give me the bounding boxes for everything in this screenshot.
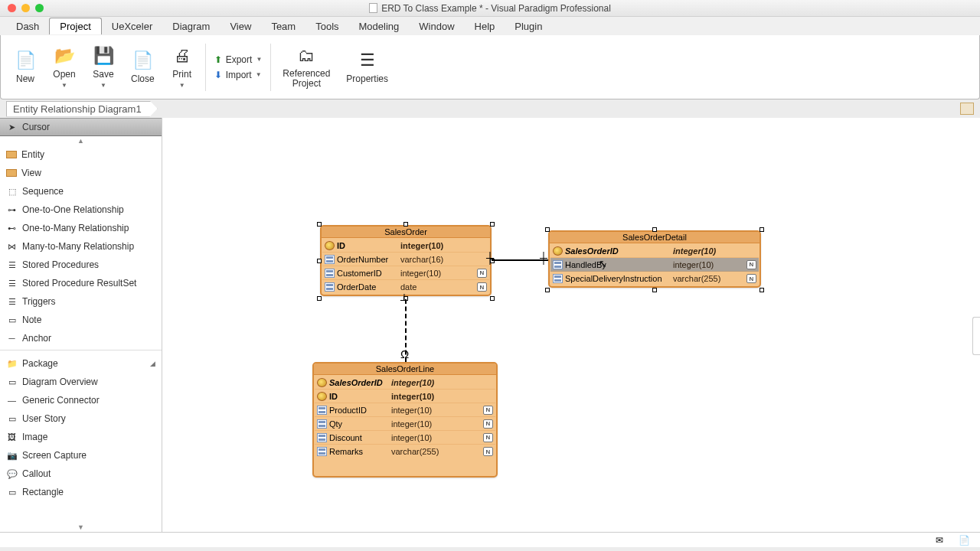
column-row[interactable]: HandledByinteger(10)N — [550, 258, 759, 272]
selection-handle[interactable] — [403, 222, 408, 227]
properties-button[interactable]: ☰ Properties — [339, 47, 395, 86]
palette-view[interactable]: View — [0, 164, 162, 182]
side-panel-toggle[interactable] — [972, 317, 980, 355]
selection-handle[interactable] — [317, 259, 322, 263]
palette-image[interactable]: 🖼Image — [0, 428, 162, 446]
entity-salesorderdetail[interactable]: SalesOrderDetail SalesOrderIDinteger(10)… — [548, 230, 761, 288]
menu-view[interactable]: View — [220, 18, 261, 34]
palette-scroll-down[interactable]: ▼ — [0, 523, 162, 532]
note-status-icon[interactable]: 📄 — [959, 535, 971, 546]
column-row[interactable]: OrderDatedateN — [322, 280, 489, 294]
new-button[interactable]: 📄 New — [7, 47, 44, 86]
palette-rectangle[interactable]: ▭Rectangle — [0, 483, 162, 501]
nullable-badge: N — [483, 419, 493, 429]
selection-handle[interactable] — [317, 222, 322, 227]
palette-sequence[interactable]: ⬚Sequence — [0, 182, 162, 201]
selection-handle[interactable] — [760, 288, 764, 292]
selection-handle[interactable] — [490, 296, 495, 301]
selection-handle[interactable] — [545, 227, 550, 232]
palette-generic-connector[interactable]: —Generic Connector — [0, 391, 162, 409]
column-row[interactable]: SalesOrderIDinteger(10) — [550, 244, 759, 258]
diagram-canvas[interactable]: SalesOrder IDinteger(10)OrderNumbervarch… — [162, 118, 980, 532]
open-button[interactable]: 📂 Open ▼ — [46, 43, 83, 91]
cursor-icon: ➤ — [6, 122, 18, 132]
minimize-window-icon[interactable] — [21, 4, 30, 12]
one-to-many-icon: ⊷ — [6, 223, 18, 233]
print-button[interactable]: 🖨 Print ▼ — [164, 43, 201, 91]
mail-icon[interactable]: ✉ — [936, 535, 948, 546]
window-title-text: ERD To Class Example * - Visual Paradigm… — [381, 3, 611, 14]
palette-label: Many-to-Many Relationship — [22, 241, 134, 252]
column-row[interactable]: SpecialDeliveryInstructionvarchar(255)N — [550, 272, 759, 285]
entity-salesorder[interactable]: SalesOrder IDinteger(10)OrderNumbervarch… — [320, 225, 492, 296]
column-row[interactable]: Remarksvarchar(255)N — [315, 445, 495, 458]
menu-diagram[interactable]: Diagram — [162, 18, 220, 34]
entity-salesorderline[interactable]: SalesOrderLine SalesOrderIDinteger(10)ID… — [312, 362, 498, 478]
palette-triggers[interactable]: ☰Triggers — [0, 292, 162, 311]
export-button[interactable]: ⬆ Export ▼ — [214, 54, 263, 65]
maximize-window-icon[interactable] — [35, 4, 44, 12]
palette-label: Cursor — [22, 122, 50, 132]
selection-handle[interactable] — [652, 227, 657, 232]
palette-one-to-one[interactable]: ⊶One-to-One Relationship — [0, 201, 162, 219]
palette-stored-procedures[interactable]: ☰Stored Procedures — [0, 256, 162, 274]
selection-handle[interactable] — [317, 296, 322, 301]
column-row[interactable]: Discountinteger(10)N — [315, 431, 495, 445]
palette-diagram-overview[interactable]: ▭Diagram Overview — [0, 373, 162, 391]
palette-stored-procedure-resultset[interactable]: ☰Stored Procedure ResultSet — [0, 274, 162, 292]
column-name: Remarks — [329, 447, 389, 456]
palette-anchor[interactable]: ⸺Anchor — [0, 329, 162, 347]
palette-one-to-many[interactable]: ⊷One-to-Many Relationship — [0, 219, 162, 237]
palette-screen-capture[interactable]: 📷Screen Capture — [0, 446, 162, 465]
entity-title: SalesOrderLine — [314, 364, 496, 375]
properties-icon: ☰ — [356, 50, 379, 71]
palette-note[interactable]: ▭Note — [0, 311, 162, 329]
palette-label: Image — [22, 432, 47, 442]
column-icon — [317, 406, 327, 415]
entity-title: SalesOrder — [322, 227, 490, 238]
menu-window[interactable]: Window — [409, 18, 464, 34]
nullable-badge: N — [483, 406, 493, 415]
palette-entity[interactable]: Entity — [0, 145, 162, 164]
menu-project[interactable]: Project — [49, 18, 101, 34]
menu-dash[interactable]: Dash — [6, 18, 49, 34]
column-row[interactable]: ProductIDinteger(10)N — [315, 403, 495, 417]
menu-team[interactable]: Team — [261, 18, 305, 34]
entity-body: IDinteger(10)OrderNumbervarchar(16)Custo… — [322, 238, 490, 295]
user-story-icon: ▭ — [6, 414, 18, 424]
menu-uexceler[interactable]: UeXceler — [102, 18, 162, 34]
close-window-icon[interactable] — [8, 4, 16, 12]
close-button[interactable]: 📄 Close — [124, 47, 162, 86]
column-icon — [553, 260, 563, 269]
referenced-project-button[interactable]: 🗂 Referenced Project — [276, 43, 337, 91]
menu-help[interactable]: Help — [465, 18, 505, 34]
import-button[interactable]: ⬇ Import ▼ — [214, 70, 263, 80]
selection-handle[interactable] — [760, 227, 764, 232]
palette-scroll-up[interactable]: ▲ — [0, 136, 162, 145]
palette-user-story[interactable]: ▭User Story — [0, 409, 162, 428]
column-row[interactable]: OrderNumbervarchar(16) — [322, 253, 489, 266]
column-row[interactable]: IDinteger(10) — [315, 390, 495, 403]
column-row[interactable]: SalesOrderIDinteger(10) — [315, 376, 495, 390]
column-row[interactable]: IDinteger(10) — [322, 239, 489, 253]
palette-package[interactable]: 📁Package◢ — [0, 354, 162, 373]
diagram-switcher-button[interactable] — [960, 103, 974, 115]
column-row[interactable]: CustomerIDinteger(10)N — [322, 266, 489, 280]
selection-handle[interactable] — [545, 288, 550, 292]
menu-modeling[interactable]: Modeling — [349, 18, 410, 34]
selection-handle[interactable] — [490, 222, 495, 227]
menu-plugin[interactable]: Plugin — [505, 18, 552, 34]
selection-handle[interactable] — [652, 288, 657, 292]
palette-cursor[interactable]: ➤ Cursor — [0, 118, 162, 136]
connector-icon: — — [6, 396, 18, 406]
column-type: integer(10) — [673, 260, 714, 269]
column-name: CustomerID — [337, 269, 398, 278]
column-icon — [317, 433, 327, 442]
window-title: ERD To Class Example * - Visual Paradigm… — [0, 3, 980, 14]
palette-many-to-many[interactable]: ⋈Many-to-Many Relationship — [0, 237, 162, 256]
column-row[interactable]: Qtyinteger(10)N — [315, 417, 495, 431]
diagram-tab[interactable]: Entity Relationship Diagram1 — [6, 101, 158, 117]
palette-callout[interactable]: 💬Callout — [0, 465, 162, 483]
save-button[interactable]: 💾 Save ▼ — [85, 43, 122, 91]
menu-tools[interactable]: Tools — [305, 18, 348, 34]
